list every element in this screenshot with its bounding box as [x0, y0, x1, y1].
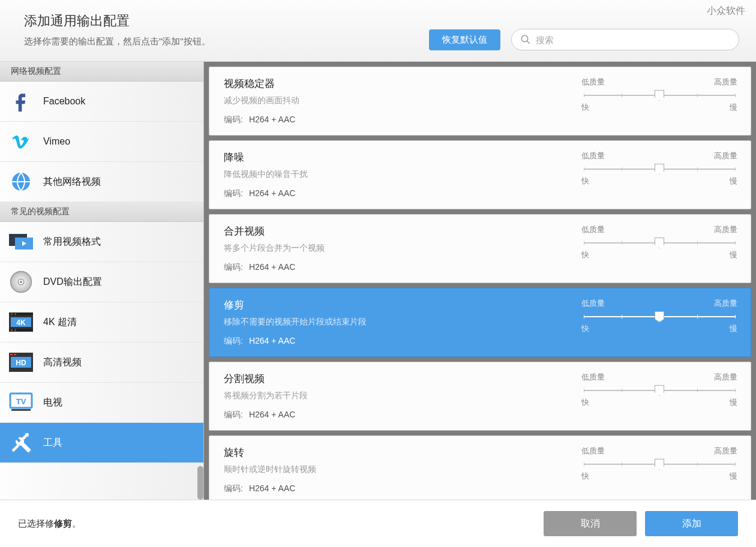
sidebar-group-header: 网络视频配置 [0, 62, 203, 82]
search-field[interactable] [511, 29, 739, 50]
search-icon [520, 34, 531, 45]
body: 网络视频配置FacebookVimeo其他网络视频常见的视频配置常用视频格式DV… [0, 62, 756, 500]
restore-defaults-button[interactable]: 恢复默认值 [429, 29, 500, 50]
quality-slider[interactable] [584, 94, 735, 97]
sidebar-item-other-web-video[interactable]: 其他网络视频 [0, 162, 203, 202]
sidebar-item-label: 4K 超清 [43, 316, 77, 329]
card-info: 修剪 移除不需要的视频开始片段或结束片段 编码:H264 + AAC [224, 298, 563, 347]
card-encoding: 编码:H264 + AAC [224, 336, 563, 347]
card-title: 视频稳定器 [224, 77, 563, 91]
slider-top-labels: 低质量高质量 [581, 446, 737, 456]
card-encoding: 编码:H264 + AAC [224, 410, 563, 420]
quality-slider[interactable] [584, 462, 735, 466]
page-subtitle: 选择你需要的输出配置，然后点击"添加"按钮。 [24, 36, 429, 47]
slider-top-labels: 低质量高质量 [581, 77, 737, 88]
quality-slider[interactable] [584, 315, 735, 318]
card-title: 降噪 [224, 151, 563, 164]
slider-bottom-labels: 快慢 [581, 397, 737, 408]
card-description: 将多个片段合并为一个视频 [224, 243, 563, 254]
sidebar-item-facebook[interactable]: Facebook [0, 82, 203, 122]
card-encoding: 编码:H264 + AAC [224, 262, 563, 273]
sidebar[interactable]: 网络视频配置FacebookVimeo其他网络视频常见的视频配置常用视频格式DV… [0, 62, 204, 500]
sidebar-item-label: 电视 [43, 396, 62, 409]
watermark: 小众软件 [707, 5, 745, 17]
search-input[interactable] [536, 35, 730, 45]
preset-card-rotate[interactable]: 旋转 顺时针或逆时针旋转视频 编码:H264 + AAC低质量高质量 快慢 [209, 435, 751, 500]
sidebar-scrollbar-thumb[interactable] [197, 466, 203, 500]
preset-card-stabilizer[interactable]: 视频稳定器 减少视频的画面抖动 编码:H264 + AAC低质量高质量 快慢 [209, 67, 751, 136]
slider-top-labels: 低质量高质量 [581, 224, 737, 235]
quality-slider[interactable] [584, 389, 735, 392]
facebook-icon [8, 90, 34, 113]
slider-thumb[interactable] [655, 385, 664, 396]
sidebar-item-dvd-output[interactable]: DVD输出配置 [0, 262, 203, 302]
svg-text:4K: 4K [16, 318, 26, 327]
tools-icon [8, 431, 34, 454]
slider-thumb[interactable] [655, 459, 664, 470]
card-description: 移除不需要的视频开始片段或结束片段 [224, 317, 563, 327]
other-web-video-icon [8, 170, 34, 193]
main-panel[interactable]: 视频稳定器 减少视频的画面抖动 编码:H264 + AAC低质量高质量 快慢降噪… [204, 62, 756, 500]
4k-uhd-icon: 4K [8, 311, 34, 333]
quality-slider[interactable] [584, 241, 735, 245]
quality-slider-block: 低质量高质量 快慢 [581, 446, 737, 494]
quality-slider-block: 低质量高质量 快慢 [581, 151, 737, 199]
cancel-button[interactable]: 取消 [544, 511, 637, 536]
quality-slider-block: 低质量高质量 快慢 [581, 77, 737, 125]
svg-rect-13 [14, 313, 16, 315]
dvd-output-icon [8, 271, 34, 293]
card-description: 将视频分割为若干片段 [224, 390, 563, 401]
page-title: 添加通用输出配置 [24, 12, 429, 30]
slider-bottom-labels: 快慢 [581, 176, 737, 187]
preset-card-merge[interactable]: 合并视频 将多个片段合并为一个视频 编码:H264 + AAC低质量高质量 快慢 [209, 214, 751, 283]
svg-rect-22 [14, 354, 16, 355]
hd-video-icon: HD [8, 351, 34, 374]
selection-status: 已选择修修剪。 [18, 518, 535, 530]
svg-point-8 [20, 281, 22, 283]
preset-card-trim[interactable]: 修剪 移除不需要的视频开始片段或结束片段 编码:H264 + AAC低质量高质量… [209, 288, 751, 357]
slider-bottom-labels: 快慢 [581, 471, 737, 482]
preset-card-denoise[interactable]: 降噪 降低视频中的噪音干扰 编码:H264 + AAC低质量高质量 快慢 [209, 140, 751, 209]
card-encoding: 编码:H264 + AAC [224, 188, 563, 199]
slider-top-labels: 低质量高质量 [581, 372, 737, 383]
svg-point-0 [521, 35, 528, 42]
slider-thumb[interactable] [655, 238, 664, 248]
sidebar-item-hd-video[interactable]: HD高清视频 [0, 342, 203, 383]
svg-line-1 [527, 41, 530, 44]
sidebar-item-label: DVD输出配置 [43, 276, 102, 288]
card-title: 修剪 [224, 298, 563, 312]
slider-bottom-labels: 快慢 [581, 323, 737, 334]
preset-card-split[interactable]: 分割视频 将视频分割为若干片段 编码:H264 + AAC低质量高质量 快慢 [209, 362, 751, 431]
slider-thumb[interactable] [655, 90, 664, 101]
sidebar-item-common-format[interactable]: 常用视频格式 [0, 222, 203, 262]
svg-rect-12 [11, 313, 13, 315]
card-description: 降低视频中的噪音干扰 [224, 169, 563, 180]
card-title: 旋转 [224, 446, 563, 459]
tv-icon: TV [8, 391, 34, 414]
sidebar-group-header: 常见的视频配置 [0, 202, 203, 222]
slider-thumb[interactable] [655, 164, 664, 175]
quality-slider-block: 低质量高质量 快慢 [581, 224, 737, 273]
card-encoding: 编码:H264 + AAC [224, 115, 563, 125]
card-title: 合并视频 [224, 224, 563, 238]
sidebar-item-tv[interactable]: TV电视 [0, 383, 203, 423]
svg-text:TV: TV [16, 397, 26, 406]
slider-bottom-labels: 快慢 [581, 250, 737, 260]
card-description: 顺时针或逆时针旋转视频 [224, 464, 563, 475]
add-button[interactable]: 添加 [645, 511, 738, 536]
sidebar-item-4k-uhd[interactable]: 4K4K 超清 [0, 302, 203, 342]
slider-thumb[interactable] [655, 311, 664, 322]
sidebar-item-label: Vimeo [43, 136, 70, 147]
card-info: 旋转 顺时针或逆时针旋转视频 编码:H264 + AAC [224, 446, 563, 494]
svg-rect-14 [11, 329, 13, 331]
common-format-icon [8, 230, 34, 253]
slider-top-labels: 低质量高质量 [581, 298, 737, 309]
quality-slider[interactable] [584, 167, 735, 171]
sidebar-item-label: 工具 [43, 437, 62, 449]
card-info: 视频稳定器 减少视频的画面抖动 编码:H264 + AAC [224, 77, 563, 125]
svg-text:HD: HD [16, 359, 26, 367]
sidebar-item-tools[interactable]: 工具 [0, 423, 203, 463]
sidebar-item-vimeo[interactable]: Vimeo [0, 122, 203, 162]
header: 小众软件 添加通用输出配置 选择你需要的输出配置，然后点击"添加"按钮。 恢复默… [0, 0, 756, 62]
card-info: 降噪 降低视频中的噪音干扰 编码:H264 + AAC [224, 151, 563, 199]
